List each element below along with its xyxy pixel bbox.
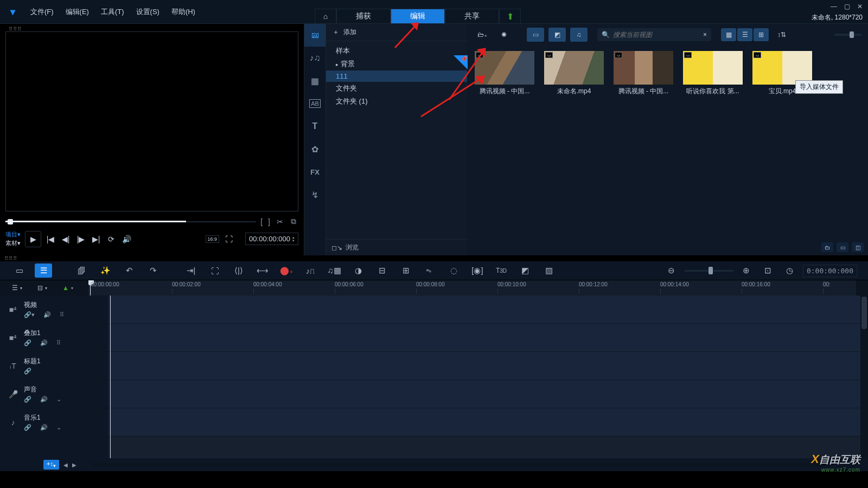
browse-row[interactable]: ◻↘ 浏览 (326, 239, 467, 255)
add-track-button[interactable]: +↕▾ (43, 460, 59, 469)
track-row[interactable] (108, 296, 868, 324)
fx-tab[interactable]: FX (304, 160, 326, 183)
mark-in-icon[interactable]: [ (259, 217, 264, 226)
splitter-grip[interactable]: ⠿⠿⠿ (0, 255, 868, 261)
marker-add-button[interactable]: ▲▾ (62, 284, 73, 292)
subtitle-button[interactable]: [◉] (469, 264, 486, 278)
folder-plain[interactable]: 文件夹 (326, 82, 467, 95)
track-content[interactable] (108, 296, 868, 458)
clear-search-icon[interactable]: × (703, 31, 707, 38)
search-box[interactable]: 🔍 × (597, 28, 711, 41)
share-tab[interactable]: 共享 (445, 9, 499, 24)
volume-button[interactable]: 🔊 (119, 232, 133, 246)
upload-tab[interactable]: ⬆ (499, 9, 521, 24)
audio-tab[interactable]: ♪♫ (304, 47, 326, 69)
text-tab[interactable]: T (304, 115, 326, 138)
link-icon[interactable]: 🔗 (24, 368, 31, 375)
menu-edit[interactable]: 编辑(E) (60, 5, 94, 19)
track-row[interactable] (108, 408, 868, 436)
zoom-knob[interactable] (709, 267, 713, 274)
menu-file[interactable]: 文件(F) (25, 5, 59, 19)
menu-help[interactable]: 帮助(H) (166, 5, 201, 19)
aspect-selector[interactable]: 16:9 (206, 235, 220, 243)
folder-111[interactable]: 111 (326, 70, 467, 82)
preview-source-toggle[interactable]: 项目▾ 素材▾ (5, 230, 21, 247)
play-button[interactable]: ▶ (25, 231, 41, 247)
fx-dots-icon[interactable]: ⠿ (60, 311, 64, 318)
chevron-down-icon[interactable]: ⌄ (56, 396, 61, 403)
media-tab[interactable]: 🖭 (304, 24, 326, 47)
timeline-view-button[interactable]: ☰ (35, 264, 52, 278)
vscrollbar[interactable] (860, 296, 868, 458)
bottom-icon-3[interactable]: ◫ (852, 242, 864, 252)
link-icon[interactable]: 🔗 (24, 339, 31, 346)
split-clip-icon[interactable]: ✂ (275, 217, 285, 226)
path-tab[interactable]: ↯ (304, 183, 326, 206)
fx-dots-icon[interactable]: ⠿ (56, 339, 61, 346)
go-start-button[interactable]: |◀ (43, 232, 58, 246)
pin-corner-icon[interactable] (454, 55, 468, 69)
overlay-tab[interactable]: ✿ (304, 138, 326, 160)
thumb-size-knob[interactable] (850, 31, 854, 38)
sort-button[interactable]: ↕⇅ (773, 28, 790, 42)
track-overlay-header[interactable]: ■⁴ 叠加1 🔗🔊⠿ (0, 324, 108, 352)
track-video-header[interactable]: ■⁴ 视频 🔗▾🔊⠿ (0, 296, 108, 324)
track-voice-header[interactable]: 🎤 声音 🔗🔊⌄ (0, 380, 108, 408)
fit-project-button[interactable]: ⊡ (760, 264, 777, 278)
thumb-item[interactable]: ▭ 腾讯视频 - 中国... (614, 51, 673, 96)
crop-icon[interactable]: ⧉ (289, 217, 298, 226)
home-tab[interactable]: ⌂ (315, 9, 336, 24)
mute-icon[interactable]: 🔊 (40, 424, 48, 431)
thumb-size-slider[interactable] (834, 34, 861, 36)
slip-button[interactable]: ⟷ (254, 264, 271, 278)
add-folder-label[interactable]: 添加 (343, 28, 356, 37)
thumb-item[interactable]: ▭ 未命名.mp4 (544, 51, 604, 96)
link-icon[interactable]: 🔗 (24, 396, 31, 403)
undo-snapshot-button[interactable]: 🗐 (73, 264, 90, 278)
audio-mixer-button[interactable]: ♪⎍ (302, 264, 319, 278)
track-music-header[interactable]: ♪ 音乐1 🔗🔊⌄ (0, 408, 108, 436)
chevron-down-icon[interactable]: ⌄ (56, 424, 61, 431)
scrub-track[interactable] (5, 221, 256, 222)
show-all-tracks-button[interactable]: ⊟▾ (37, 284, 47, 292)
3d-title-button[interactable]: T3D (493, 264, 510, 278)
maximize-button[interactable]: ▢ (841, 2, 853, 11)
minimize-button[interactable]: — (828, 2, 840, 11)
mute-icon[interactable]: 🔊 (40, 339, 48, 346)
filter-audio-button[interactable]: ♫ (570, 28, 588, 42)
fit-screen-button[interactable]: ⛶ (206, 264, 224, 278)
pan-zoom-button[interactable]: ▨ (540, 264, 558, 278)
record-button[interactable]: ⬤₊ (278, 264, 295, 278)
bottom-icon-2[interactable]: ▭ (837, 242, 848, 252)
zoom-slider[interactable] (685, 270, 733, 272)
menu-settings[interactable]: 设置(S) (131, 5, 165, 19)
scroll-left-button[interactable]: ◀ (63, 462, 68, 468)
track-row[interactable] (108, 352, 868, 380)
capture-option-button[interactable]: ✺ (495, 28, 513, 42)
bottom-icon-1[interactable]: 🗀 (821, 242, 833, 252)
zoom-out-button[interactable]: ⊖ (663, 264, 680, 278)
view-thumb-button[interactable]: ▦ (721, 28, 736, 41)
auto-music-button[interactable]: ♫▦ (326, 264, 343, 278)
pip-grid-button[interactable]: ⊞ (397, 264, 414, 278)
storyboard-view-button[interactable]: ▭ (11, 264, 28, 278)
go-end-button[interactable]: ▶| (89, 232, 103, 246)
transition-tab[interactable]: ▦ (304, 69, 326, 92)
title-tab[interactable]: AB (304, 92, 326, 115)
redo-button[interactable]: ↷ (144, 264, 162, 278)
mask-button[interactable]: ◑ (349, 264, 367, 278)
filter-video-button[interactable]: ▭ (527, 28, 544, 42)
track-row[interactable] (108, 380, 868, 408)
prev-frame-button[interactable]: ◀| (59, 232, 73, 246)
undo-button[interactable]: ↶ (120, 264, 138, 278)
edit-tab[interactable]: 编辑 (391, 9, 445, 24)
timeline-timecode[interactable]: 0:00:00:000 (803, 265, 857, 277)
track-row[interactable] (108, 324, 868, 352)
zoom-in-button[interactable]: ⊕ (738, 264, 755, 278)
loop-button[interactable]: ⟳ (104, 232, 118, 246)
preview-grip[interactable]: ⠿⠿⠿ (5, 26, 298, 30)
filter-photo-button[interactable]: ◩ (548, 28, 566, 42)
scrub-handle[interactable] (8, 219, 13, 224)
search-input[interactable] (613, 31, 700, 38)
thumb-item[interactable]: ▭ 听说你喜欢我 第... (683, 51, 743, 96)
